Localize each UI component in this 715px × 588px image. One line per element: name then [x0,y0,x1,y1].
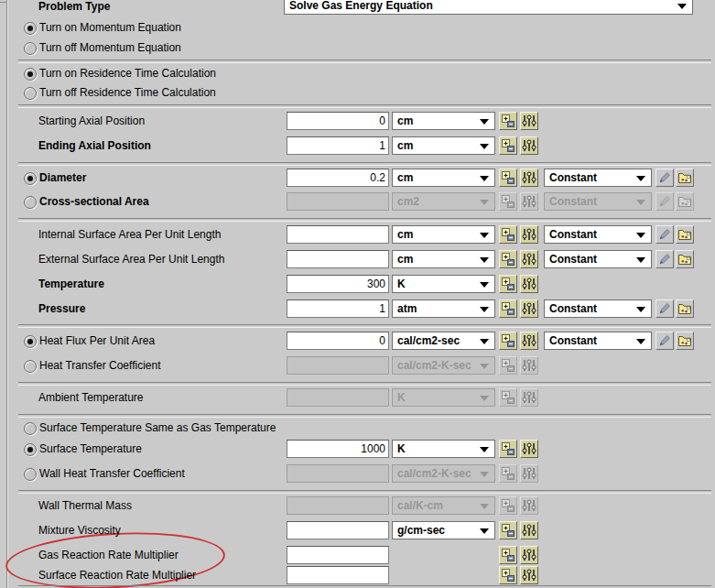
stepper-button-starting-axial-position[interactable] [499,112,517,130]
field-mixture-viscosity[interactable] [287,521,389,539]
stepper-button-surface-reaction-rate-multiplier[interactable] [499,566,517,584]
open-profile-button-pressure[interactable] [676,299,694,318]
stepper-icon [500,277,516,291]
profile-button-ending-axial-position[interactable] [520,136,538,155]
field-heat-flux-per-unit-area[interactable] [287,332,389,350]
form-row-heat-transfer-coefficient: Heat Transfer Coefficientcal/cm2-K-sec [0,356,715,375]
field-surface-reaction-rate-multiplier[interactable] [287,566,389,584]
unit-combo-mixture-viscosity[interactable]: g/cm-sec [392,521,495,539]
profile-button-temperature[interactable] [520,275,538,293]
unit-combo-internal-surface-area-per-unit-length-value: cm [397,228,413,241]
unit-combo-internal-surface-area-per-unit-length[interactable]: cm [392,225,495,244]
unit-combo-starting-axial-position[interactable]: cm [392,112,495,130]
profile-button-heat-flux-per-unit-area[interactable] [520,332,538,350]
edit-profile-button-internal-surface-area-per-unit-length[interactable] [655,225,674,244]
radio-cross-sectional-area[interactable] [24,196,37,209]
stepper-button-surface-temperature[interactable] [499,440,517,458]
unit-combo-external-surface-area-per-unit-length[interactable]: cm [392,250,495,268]
problem-type-combo-value: Solve Gas Energy Equation [289,0,433,12]
open-profile-button-external-surface-area-per-unit-length[interactable] [676,250,694,268]
profile-icon [521,138,537,153]
unit-combo-diameter[interactable]: cm [392,169,495,187]
constant-combo-heat-flux-per-unit-area[interactable]: Constant [544,332,652,350]
field-diameter[interactable] [287,169,389,187]
profile-button-surface-reaction-rate-multiplier[interactable] [520,566,538,584]
radio-surface-temperature[interactable] [24,443,37,456]
stepper-button-ending-axial-position[interactable] [499,136,517,155]
unit-combo-heat-flux-per-unit-area[interactable]: cal/cm2-sec [392,332,495,350]
field-external-surface-area-per-unit-length[interactable] [287,250,389,268]
stepper-button-internal-surface-area-per-unit-length[interactable] [499,225,517,244]
unit-combo-mixture-viscosity-value: g/cm-sec [397,524,445,537]
edit-profile-button-heat-flux-per-unit-area[interactable] [655,332,674,350]
radio-surface-temperature-same-as-gas-temperature[interactable] [24,422,37,435]
radio-diameter[interactable] [24,172,37,185]
constant-combo-external-surface-area-per-unit-length[interactable]: Constant [544,250,652,268]
field-temperature[interactable] [287,275,389,293]
chevron-down-icon [480,447,489,452]
edit-profile-button-pressure[interactable] [655,299,674,318]
stepper-icon [500,523,516,538]
field-cross-sectional-area [287,192,389,211]
profile-icon [521,523,537,538]
field-gas-reaction-rate-multiplier[interactable] [287,546,389,564]
field-ending-axial-position[interactable] [287,136,389,155]
stepper-button-gas-reaction-rate-multiplier[interactable] [499,546,517,564]
radio-turn-off-momentum-equation[interactable] [24,42,37,55]
chevron-down-icon [480,472,489,477]
radio-turn-on-residence-time-calculation[interactable] [24,68,37,81]
stepper-button-pressure[interactable] [499,299,517,318]
chevron-down-icon [636,233,645,238]
profile-icon [521,170,537,185]
stepper-button-temperature[interactable] [499,275,517,293]
constant-combo-cross-sectional-area: Constant [544,192,652,211]
radio-wall-heat-transfer-coefficient[interactable] [24,468,37,481]
radio-turn-off-residence-time-calculation[interactable] [24,87,37,100]
field-wall-thermal-mass [287,496,389,515]
profile-icon [521,548,537,562]
unit-combo-surface-temperature[interactable]: K [392,440,495,458]
row-problem-type: Problem TypeSolve Gas Energy Equation [0,0,715,18]
open-icon [677,170,693,185]
open-profile-button-internal-surface-area-per-unit-length[interactable] [676,225,694,244]
radio-heat-transfer-coefficient[interactable] [24,360,37,373]
field-pressure[interactable] [287,299,389,318]
unit-combo-temperature[interactable]: K [392,275,495,293]
profile-button-external-surface-area-per-unit-length[interactable] [520,250,538,268]
profile-button-mixture-viscosity[interactable] [520,521,538,539]
unit-combo-ending-axial-position[interactable]: cm [392,136,495,155]
stepper-button-external-surface-area-per-unit-length[interactable] [499,250,517,268]
constant-combo-diameter[interactable]: Constant [544,169,652,187]
label-temperature: Temperature [38,275,104,293]
stepper-button-heat-flux-per-unit-area[interactable] [499,332,517,350]
open-profile-button-diameter[interactable] [676,169,694,187]
edit-profile-button-diameter[interactable] [655,169,674,187]
constant-combo-internal-surface-area-per-unit-length[interactable]: Constant [544,225,652,244]
constant-combo-pressure[interactable]: Constant [544,299,652,318]
label-ending-axial-position: Ending Axial Position [38,136,151,155]
problem-type-combo[interactable]: Solve Gas Energy Equation [284,0,693,15]
profile-icon [521,498,537,513]
unit-combo-wall-heat-transfer-coefficient-value: cal/cm2-K-sec [397,467,471,480]
stepper-button-mixture-viscosity[interactable] [499,521,517,539]
edit-profile-button-external-surface-area-per-unit-length[interactable] [655,250,674,268]
profile-button-internal-surface-area-per-unit-length[interactable] [520,225,538,244]
profile-button-diameter[interactable] [520,169,538,187]
open-icon [677,301,693,316]
radio-heat-flux-per-unit-area[interactable] [24,335,37,348]
field-starting-axial-position[interactable] [287,112,389,130]
stepper-button-diameter[interactable] [499,169,517,187]
field-surface-temperature[interactable] [287,440,389,458]
radio-turn-on-momentum-equation[interactable] [24,22,37,35]
profile-button-starting-axial-position[interactable] [520,112,538,130]
label-wall-thermal-mass: Wall Thermal Mass [38,496,132,515]
open-profile-button-heat-flux-per-unit-area[interactable] [676,332,694,350]
reactor-properties-panel: Problem TypeSolve Gas Energy EquationTur… [0,0,715,588]
field-wall-heat-transfer-coefficient [287,464,389,483]
unit-combo-pressure[interactable]: atm [392,299,495,318]
profile-button-pressure[interactable] [520,299,538,318]
profile-button-gas-reaction-rate-multiplier[interactable] [520,546,538,564]
open-profile-button-cross-sectional-area [676,192,694,211]
field-internal-surface-area-per-unit-length[interactable] [287,225,389,244]
profile-button-surface-temperature[interactable] [520,440,538,458]
